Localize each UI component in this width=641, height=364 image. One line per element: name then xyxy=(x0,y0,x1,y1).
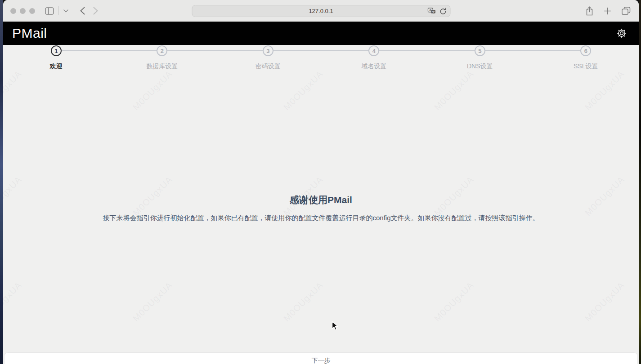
step-password: 3 密码设置 xyxy=(215,45,321,73)
svg-text:文: 文 xyxy=(432,10,435,13)
step-welcome: 1 欢迎 xyxy=(3,45,109,73)
traffic-lights xyxy=(3,8,35,14)
address-bar-icons: A 文 xyxy=(427,5,446,17)
page-content: M0OUgxUAM0OUgxUAM0OUgxUAM0OUgxUAM0OUgxUA… xyxy=(3,45,639,364)
browser-window: 127.0.0.1 A 文 xyxy=(3,0,639,364)
step-label: 密码设置 xyxy=(256,62,281,71)
address-bar[interactable]: 127.0.0.1 A 文 xyxy=(192,5,450,17)
toolbar-divider xyxy=(58,6,59,15)
watermark-text: M0OUgxUA xyxy=(432,280,476,324)
step-dns: 5 DNS设置 xyxy=(427,45,533,73)
forward-button-icon[interactable] xyxy=(93,7,98,15)
watermark-text: M0OUgxUA xyxy=(3,280,24,324)
watermark-text: M0OUgxUA xyxy=(583,280,627,324)
page-description: 接下来将会指引你进行初始化配置，如果你已有配置，请使用你的配置文件覆盖运行目录的… xyxy=(3,214,639,222)
step-circle-3: 3 xyxy=(263,45,273,56)
settings-gear-icon[interactable] xyxy=(616,28,627,39)
step-ssl: 6 SSL设置 xyxy=(533,45,639,73)
next-step-button-label: 下一步 xyxy=(312,357,331,364)
toolbar-right-group xyxy=(586,0,631,22)
setup-steps: 1 欢迎 2 数据库设置 3 密码设置 4 域名设置 5 DNS设置 xyxy=(3,45,639,73)
step-label: DNS设置 xyxy=(467,62,493,71)
tab-overview-icon[interactable] xyxy=(622,7,631,15)
step-label: 域名设置 xyxy=(361,62,386,71)
fullscreen-window-button[interactable] xyxy=(29,8,35,14)
step-number: 2 xyxy=(161,48,164,54)
minimize-window-button[interactable] xyxy=(20,8,26,14)
app-header: PMail xyxy=(3,22,639,45)
watermark-text: M0OUgxUA xyxy=(282,280,325,324)
watermark-text: M0OUgxUA xyxy=(131,280,175,324)
step-label: 欢迎 xyxy=(50,62,63,71)
share-icon[interactable] xyxy=(586,6,593,16)
step-circle-2: 2 xyxy=(157,45,167,56)
desktop-wallpaper-right xyxy=(639,0,641,364)
reload-icon[interactable] xyxy=(439,8,446,15)
watermark-text: M0OUgxUA xyxy=(131,69,175,112)
step-number: 3 xyxy=(266,48,269,54)
page-title: 感谢使用PMail xyxy=(3,194,639,206)
browser-toolbar: 127.0.0.1 A 文 xyxy=(3,0,639,22)
step-circle-6: 6 xyxy=(580,45,591,56)
step-number: 5 xyxy=(478,48,481,54)
new-tab-icon[interactable] xyxy=(604,7,611,15)
watermark-text: M0OUgxUA xyxy=(583,69,627,112)
watermark-text: M0OUgxUA xyxy=(282,69,325,112)
step-number: 1 xyxy=(54,48,58,54)
next-step-button[interactable]: 下一步 xyxy=(4,352,638,364)
sidebar-chevron-down-icon[interactable] xyxy=(63,9,68,13)
step-number: 4 xyxy=(372,48,376,54)
app-title: PMail xyxy=(12,26,47,41)
step-label: 数据库设置 xyxy=(146,62,178,71)
translate-icon[interactable]: A 文 xyxy=(427,8,435,14)
sidebar-toggle-icon[interactable] xyxy=(45,7,54,15)
step-number: 6 xyxy=(584,48,587,54)
desktop-wallpaper-left xyxy=(0,0,3,364)
step-circle-4: 4 xyxy=(368,45,379,56)
step-domain: 4 域名设置 xyxy=(321,45,427,73)
close-window-button[interactable] xyxy=(10,8,16,14)
welcome-section: 感谢使用PMail 接下来将会指引你进行初始化配置，如果你已有配置，请使用你的配… xyxy=(3,194,639,222)
watermark-text: M0OUgxUA xyxy=(3,69,24,112)
toolbar-left-group xyxy=(45,6,68,15)
step-circle-1: 1 xyxy=(51,45,62,56)
watermark-text: M0OUgxUA xyxy=(432,69,476,112)
step-label: SSL设置 xyxy=(574,62,598,71)
step-database: 2 数据库设置 xyxy=(109,45,215,73)
step-circle-5: 5 xyxy=(475,45,485,56)
back-button-icon[interactable] xyxy=(80,7,85,15)
address-bar-url[interactable]: 127.0.0.1 xyxy=(309,8,333,14)
